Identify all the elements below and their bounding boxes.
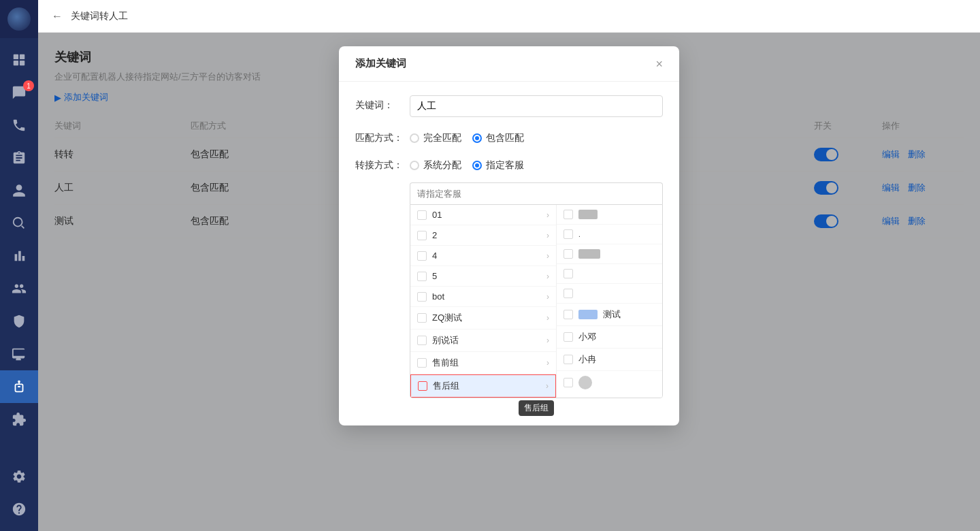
- right-item-6[interactable]: 测试: [557, 304, 662, 326]
- keyword-label: 关键词：: [355, 95, 410, 112]
- right-item-2[interactable]: .: [557, 225, 662, 244]
- sidebar-nav: 1: [0, 38, 38, 460]
- sidebar-item-help[interactable]: [0, 493, 38, 526]
- radio-system-label: 系统分配: [423, 159, 461, 172]
- sidebar-item-chart[interactable]: [0, 240, 38, 272]
- main-area: ← 关键词转人工 关键词 企业可配置机器人接待指定网站/三方平台的访客对话 ▶ …: [38, 0, 980, 531]
- sidebar-item-chat[interactable]: 1: [0, 76, 38, 109]
- back-button[interactable]: ←: [52, 10, 63, 22]
- arrow-icon: ›: [546, 272, 549, 281]
- dropdown-item-shouqian[interactable]: 售前组 ›: [410, 352, 556, 374]
- checkbox-zq[interactable]: [417, 313, 427, 323]
- right-checkbox-9[interactable]: [564, 378, 573, 387]
- sidebar-logo: [0, 0, 38, 38]
- checkbox-2[interactable]: [417, 231, 427, 240]
- transfer-label: 转接方式：: [355, 155, 410, 172]
- dropdown-right-column: .: [557, 205, 662, 398]
- checkbox-4[interactable]: [417, 251, 427, 261]
- right-item-1[interactable]: [557, 205, 662, 225]
- checkbox-bieshuohua[interactable]: [417, 336, 427, 345]
- right-item-5[interactable]: [557, 284, 662, 304]
- dropdown-item-shouhou[interactable]: 售后组 ›: [410, 374, 556, 398]
- item-label: bot: [432, 291, 444, 302]
- right-label-2: .: [578, 231, 581, 238]
- sidebar-item-users[interactable]: [0, 272, 38, 305]
- arrow-icon: ›: [546, 358, 549, 368]
- avatar-3: [578, 249, 600, 259]
- radio-exact-circle: [410, 133, 419, 143]
- dropdown-item-4[interactable]: 4 ›: [410, 246, 556, 266]
- dropdown-left-column: 01 › 2 › 4: [410, 205, 557, 398]
- arrow-icon: ›: [546, 336, 549, 345]
- checkbox-shouqian[interactable]: [417, 358, 427, 368]
- sidebar-item-clipboard[interactable]: [0, 142, 38, 174]
- agent-search-input[interactable]: [410, 182, 663, 204]
- right-checkbox-4[interactable]: [564, 269, 573, 278]
- svg-rect-3: [20, 61, 24, 65]
- tooltip-hint: 售后组: [519, 400, 554, 416]
- right-item-7[interactable]: 小邓: [557, 326, 662, 349]
- transfer-form-row: 转接方式： 系统分配 指定客服: [355, 155, 663, 172]
- keyword-form-row: 关键词：: [355, 95, 663, 117]
- item-label: ZQ测试: [432, 312, 462, 324]
- item-label: 售前组: [432, 357, 459, 369]
- topbar: ← 关键词转人工: [38, 0, 980, 33]
- sidebar-item-phone[interactable]: [0, 109, 38, 142]
- item-label: 别说话: [432, 334, 459, 347]
- sidebar-item-settings[interactable]: [0, 460, 38, 493]
- right-checkbox-7[interactable]: [564, 332, 573, 342]
- right-item-4[interactable]: [557, 264, 662, 284]
- radio-custom[interactable]: 指定客服: [472, 159, 524, 172]
- right-item-9[interactable]: [557, 371, 662, 394]
- radio-exact[interactable]: 完全匹配: [410, 132, 461, 144]
- avatar-9: [578, 376, 592, 389]
- dropdown-item-bot[interactable]: bot ›: [410, 287, 556, 307]
- dropdown-item-bieshuohua[interactable]: 别说话 ›: [410, 329, 556, 352]
- right-checkbox-8[interactable]: [564, 355, 573, 364]
- sidebar-item-search-person[interactable]: [0, 207, 38, 240]
- add-keyword-dialog: 添加关键词 × 关键词： 匹配方式：: [339, 46, 679, 425]
- right-checkbox-5[interactable]: [564, 289, 573, 298]
- modal-overlay: 添加关键词 × 关键词： 匹配方式：: [38, 33, 980, 531]
- right-item-8[interactable]: 小冉: [557, 349, 662, 371]
- arrow-icon: ›: [546, 231, 549, 240]
- right-label-8: 小冉: [578, 353, 596, 366]
- item-label: 售后组: [433, 380, 459, 392]
- dropdown-columns: 01 › 2 › 4: [410, 204, 663, 398]
- page-breadcrumb: 关键词转人工: [71, 10, 128, 22]
- dropdown-item-01[interactable]: 01 ›: [410, 205, 556, 225]
- sidebar-item-monitor[interactable]: [0, 338, 38, 370]
- keyword-input[interactable]: [410, 95, 663, 117]
- right-item-3[interactable]: [557, 244, 662, 264]
- match-form-row: 匹配方式： 完全匹配 包含匹配: [355, 128, 663, 144]
- checkbox-5[interactable]: [417, 272, 427, 281]
- checkbox-shouhou[interactable]: [418, 381, 427, 391]
- right-label-6: 测试: [603, 308, 621, 321]
- radio-contains-label: 包含匹配: [486, 132, 524, 144]
- dialog-body: 关键词： 匹配方式： 完全匹配 包: [339, 82, 679, 398]
- right-checkbox-2[interactable]: [564, 229, 573, 239]
- right-checkbox-1[interactable]: [564, 210, 573, 219]
- radio-contains[interactable]: 包含匹配: [472, 132, 524, 144]
- arrow-icon: ›: [546, 292, 549, 302]
- sidebar-item-dashboard[interactable]: [0, 44, 38, 76]
- dialog-header: 添加关键词 ×: [339, 46, 679, 82]
- arrow-icon: ›: [546, 313, 549, 323]
- dropdown-item-2[interactable]: 2 ›: [410, 225, 556, 246]
- dropdown-item-zq[interactable]: ZQ测试 ›: [410, 307, 556, 329]
- checkbox-01[interactable]: [417, 210, 427, 220]
- dialog-close-button[interactable]: ×: [655, 58, 663, 70]
- sidebar-item-person[interactable]: [0, 174, 38, 207]
- sidebar-item-plugin[interactable]: [0, 403, 38, 436]
- arrow-icon: ›: [546, 210, 549, 220]
- radio-system-circle: [410, 161, 419, 170]
- sidebar-item-robot[interactable]: [0, 370, 38, 403]
- dropdown-item-5[interactable]: 5 ›: [410, 266, 556, 287]
- sidebar-item-shield[interactable]: [0, 305, 38, 338]
- right-checkbox-3[interactable]: [564, 249, 573, 259]
- transfer-radio-group: 系统分配 指定客服: [410, 155, 524, 172]
- radio-system[interactable]: 系统分配: [410, 159, 461, 172]
- checkbox-bot[interactable]: [417, 292, 427, 302]
- logo-image: [7, 7, 31, 31]
- right-checkbox-6[interactable]: [564, 310, 573, 319]
